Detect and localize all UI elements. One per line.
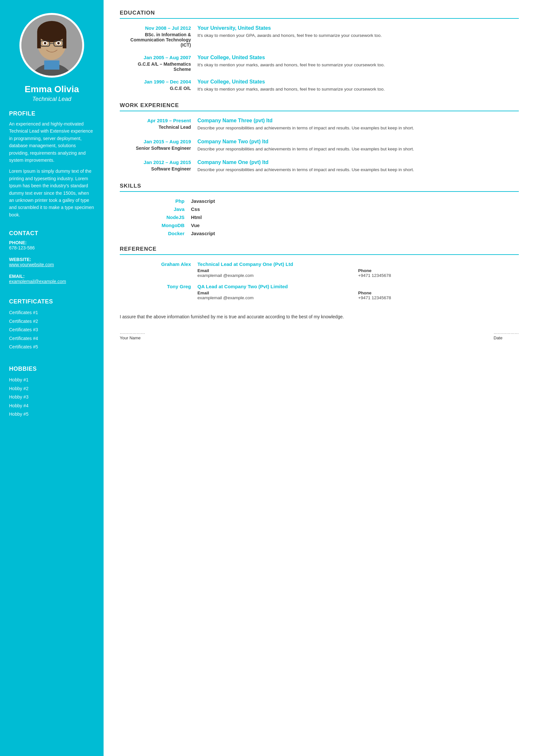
exp-role-1: Technical Lead	[120, 124, 191, 130]
list-item: Certificates #1	[9, 308, 95, 317]
svg-point-12	[44, 42, 46, 45]
phone-label: PHONE:	[9, 240, 95, 245]
list-item: Certificates #2	[9, 317, 95, 326]
edu-desc-1: It's okay to mention your GPA, awards an…	[197, 32, 519, 39]
list-item: Certificates #4	[9, 334, 95, 343]
edu-degree-3: G.C.E O/L	[120, 86, 191, 91]
contact-section-title: CONTACT	[9, 230, 95, 237]
main-content: EDUCATION Nov 2008 – Jul 2012 BSc. in In…	[103, 0, 535, 756]
hobbies-section: HOBBIES Hobby #1 Hobby #2 Hobby #3 Hobby…	[0, 358, 103, 418]
education-entry-3: Jan 1990 – Dec 2004 G.C.E O/L Your Colle…	[120, 79, 519, 93]
ref-title-2: QA Lead at Company Two (Pvt) Limited	[197, 284, 519, 289]
list-item: Hobby #2	[9, 384, 95, 393]
list-item: Certificates #3	[9, 325, 95, 334]
skill-right-5: Javascript	[191, 230, 519, 236]
list-item: Hobby #1	[9, 376, 95, 384]
certificates-title: CERTIFICATES	[9, 298, 95, 305]
exp-date-2: Jan 2015 – Aug 2019	[120, 139, 191, 144]
svg-rect-5	[37, 32, 41, 48]
ref-email-1: examplemail @example.com	[197, 273, 358, 278]
profile-text2: Lorem Ipsum is simply dummy text of the …	[9, 168, 95, 218]
ref-entry-2: Tony Greg QA Lead at Company Two (Pvt) L…	[120, 284, 519, 300]
ref-title-1: Technical Lead at Company One (Pvt) Ltd	[197, 261, 519, 267]
profile-title: Technical Lead	[32, 96, 71, 102]
experience-title: WORK EXPERIENCE	[120, 102, 519, 111]
exp-date-3: Jan 2012 – Aug 2015	[120, 159, 191, 165]
skill-right-4: Vue	[191, 223, 519, 228]
sig-right: ……………… Date	[493, 330, 519, 340]
svg-point-4	[37, 21, 66, 42]
ref-entry-1: Graham Alex Technical Lead at Company On…	[120, 261, 519, 278]
ref-email-label-2: Email	[197, 290, 358, 295]
skill-left-1: Php	[120, 198, 191, 204]
skill-left-3: NodeJS	[120, 214, 191, 220]
edu-date-1: Nov 2008 – Jul 2012	[120, 25, 191, 31]
edu-desc-3: It's okay to mention your marks, awards …	[197, 86, 519, 93]
skill-left-2: Java	[120, 206, 191, 212]
sig-left: ……………… Your Name	[120, 330, 145, 340]
email-value: examplemail@example.com	[9, 279, 95, 284]
ref-phone-label-1: Phone	[358, 268, 519, 273]
sig-dots-right: ………………	[493, 330, 519, 335]
edu-degree-1: BSc. in Information & Communication Tech…	[120, 32, 191, 47]
signature-row: ……………… Your Name ……………… Date	[120, 330, 519, 340]
skill-right-2: Css	[191, 206, 519, 212]
education-entry-2: Jan 2005 – Aug 2007 G.C.E A/L – Mathemat…	[120, 55, 519, 72]
declaration-text: I assure that the above information furn…	[120, 313, 519, 320]
skill-left-5: Docker	[120, 230, 191, 236]
list-item: Certificates #5	[9, 342, 95, 351]
certificates-section: CERTIFICATES Certificates #1 Certificate…	[0, 290, 103, 351]
edu-institution-2: Your College, United States	[197, 55, 519, 61]
skill-left-4: MongoDB	[120, 223, 191, 228]
ref-phone-2: +9471 12345678	[358, 295, 519, 300]
email-label: EMAIL:	[9, 274, 95, 279]
exp-desc-2: Describe your responsibilities and achie…	[197, 146, 519, 152]
profile-name: Emma Olivia	[25, 84, 79, 94]
svg-rect-2	[44, 61, 60, 69]
edu-date-3: Jan 1990 – Dec 2004	[120, 79, 191, 84]
ref-name-1: Graham Alex	[120, 261, 191, 278]
exp-date-1: Apr 2019 – Present	[120, 118, 191, 123]
avatar	[19, 13, 84, 78]
skill-right-1: Javascript	[191, 198, 519, 204]
edu-institution-1: Your University, United States	[197, 25, 519, 31]
list-item: Hobby #3	[9, 393, 95, 401]
list-item: Hobby #5	[9, 410, 95, 418]
exp-role-2: Senior Software Engineer	[120, 146, 191, 151]
profile-section: PROFILE An experienced and highly-motiva…	[0, 102, 103, 222]
skill-right-3: Html	[191, 214, 519, 220]
profile-body: An experienced and highly-motivated Tech…	[9, 120, 95, 218]
edu-institution-3: Your College, United States	[197, 79, 519, 85]
reference-title: REFERENCE	[120, 246, 519, 255]
website-label: WEBSITE:	[9, 257, 95, 262]
ref-name-2: Tony Greg	[120, 284, 191, 300]
edu-degree-2: G.C.E A/L – Mathematics Scheme	[120, 62, 191, 72]
exp-entry-3: Jan 2012 – Aug 2015 Software Engineer Co…	[120, 159, 519, 173]
phone-value: 678-123-586	[9, 245, 95, 250]
svg-rect-6	[63, 32, 66, 48]
sig-name-label: Your Name	[120, 336, 145, 340]
certificates-list: Certificates #1 Certificates #2 Certific…	[9, 308, 95, 351]
exp-entry-1: Apr 2019 – Present Technical Lead Compan…	[120, 118, 519, 131]
edu-desc-2: It's okay to mention your marks, awards …	[197, 62, 519, 68]
sig-date-label: Date	[493, 336, 519, 340]
exp-company-1: Company Name Three (pvt) ltd	[197, 118, 519, 123]
profile-section-title: PROFILE	[9, 110, 95, 117]
skills-grid: Php Javascript Java Css NodeJS Html Mong…	[120, 198, 519, 236]
ref-phone-label-2: Phone	[358, 290, 519, 295]
exp-desc-1: Describe your responsibilities and achie…	[197, 125, 519, 131]
ref-email-2: examplemail @example.com	[197, 295, 358, 300]
education-entry-1: Nov 2008 – Jul 2012 BSc. in Information …	[120, 25, 519, 47]
sidebar: Emma Olivia Technical Lead PROFILE An ex…	[0, 0, 103, 756]
exp-role-3: Software Engineer	[120, 166, 191, 172]
exp-company-2: Company Name Two (pvt) ltd	[197, 139, 519, 145]
exp-entry-2: Jan 2015 – Aug 2019 Senior Software Engi…	[120, 139, 519, 152]
exp-desc-3: Describe your responsibilities and achie…	[197, 167, 519, 173]
exp-company-3: Company Name One (pvt) ltd	[197, 159, 519, 165]
svg-point-13	[57, 42, 60, 45]
list-item: Hobby #4	[9, 401, 95, 410]
hobbies-list: Hobby #1 Hobby #2 Hobby #3 Hobby #4 Hobb…	[9, 376, 95, 418]
education-title: EDUCATION	[120, 10, 519, 19]
contact-section: CONTACT PHONE: 678-123-586 WEBSITE: www.…	[0, 222, 103, 284]
sig-dots-left: ………………	[120, 330, 145, 335]
